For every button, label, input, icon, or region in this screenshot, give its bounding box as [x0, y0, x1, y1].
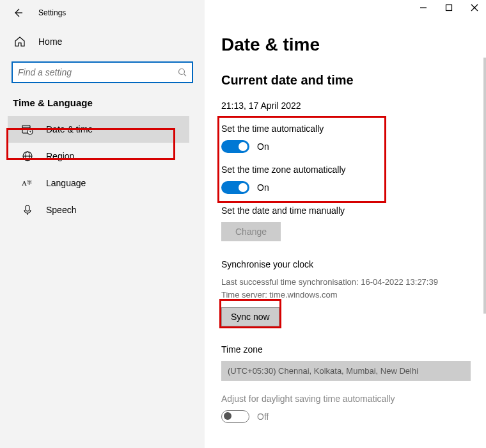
sync-now-button[interactable]: Sync now [221, 307, 279, 326]
auto-time-label: Set the time automatically [221, 124, 471, 134]
sidebar-item-label: Date & time [46, 124, 93, 134]
calendar-clock-icon [22, 124, 36, 135]
home-icon [14, 36, 28, 47]
tz-header: Time zone [221, 344, 471, 355]
sync-last-text: Last successful time synchronisation: 16… [221, 276, 471, 289]
globe-icon [22, 150, 36, 162]
home-label: Home [38, 36, 62, 47]
manual-time-label: Set the date and time manually [221, 205, 471, 216]
maximize-button[interactable] [445, 4, 453, 12]
sidebar-item-region[interactable]: Region [8, 143, 189, 170]
section-header: Time & Language [0, 97, 205, 116]
auto-time-state: On [257, 141, 269, 152]
sidebar-item-label: Region [46, 151, 74, 161]
svg-point-0 [179, 69, 185, 75]
auto-tz-toggle[interactable] [221, 181, 249, 194]
auto-time-toggle[interactable] [221, 140, 249, 153]
sidebar: Settings Home Time & Language Date & tim… [0, 0, 205, 448]
change-button: Change [221, 222, 281, 241]
home-nav[interactable]: Home [0, 29, 205, 54]
sync-server-text: Time server: time.windows.com [221, 289, 471, 301]
dst-label: Adjust for daylight saving time automati… [221, 394, 471, 404]
content-pane: Date & time Current date and time 21:13,… [205, 0, 486, 448]
sidebar-item-language[interactable]: A字 Language [8, 170, 189, 196]
timezone-select: (UTC+05:30) Chennai, Kolkata, Mumbai, Ne… [221, 361, 471, 381]
auto-tz-state: On [257, 182, 269, 193]
app-title: Settings [38, 8, 66, 17]
auto-tz-label: Set the time zone automatically [221, 164, 471, 175]
search-icon [178, 68, 187, 77]
close-button[interactable] [471, 4, 478, 12]
search-input[interactable] [18, 67, 178, 77]
sync-header: Synchronise your clock [221, 259, 471, 269]
sidebar-item-label: Language [46, 178, 86, 188]
sidebar-item-date-time[interactable]: Date & time [8, 116, 189, 143]
svg-rect-10 [26, 205, 29, 211]
svg-text:A: A [22, 179, 27, 187]
back-arrow-icon[interactable] [13, 8, 23, 18]
minimize-button[interactable] [419, 4, 427, 12]
svg-rect-13 [446, 5, 452, 11]
window-controls [419, 4, 478, 12]
svg-line-1 [184, 74, 186, 76]
sidebar-item-speech[interactable]: Speech [8, 196, 189, 223]
subsection-title: Current date and time [221, 73, 471, 88]
page-title: Date & time [221, 35, 471, 55]
dst-state: Off [257, 412, 269, 422]
search-box[interactable] [12, 61, 193, 83]
current-datetime: 21:13, 17 April 2022 [221, 100, 471, 111]
svg-text:字: 字 [27, 180, 32, 186]
dst-toggle [221, 410, 249, 423]
language-icon: A字 [22, 177, 36, 189]
scrollbar[interactable] [483, 58, 486, 314]
sidebar-item-label: Speech [46, 205, 76, 215]
microphone-icon [22, 204, 36, 216]
